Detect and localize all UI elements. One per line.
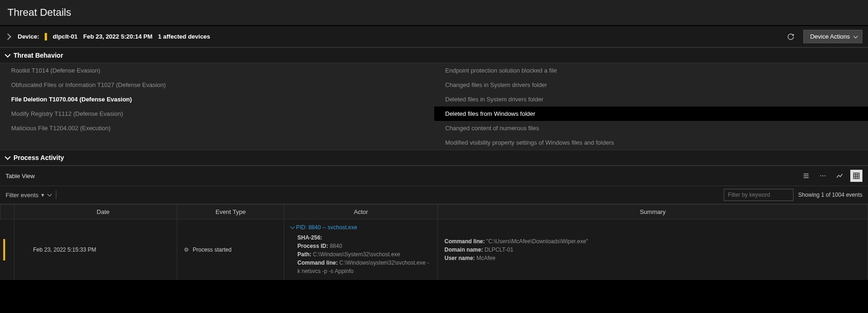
severity-indicator (45, 33, 47, 40)
summary-cell: Command line: "C:\Users\McAfee\Downloads… (438, 220, 868, 280)
behavior-technique-item[interactable]: File Deletion T1070.004 (Defense Evasion… (0, 92, 434, 107)
list-view-button[interactable] (800, 170, 812, 182)
refresh-button[interactable] (785, 31, 797, 43)
page-title: Threat Details (0, 0, 868, 26)
behavior-detail-item[interactable]: Endpoint protection solution blocked a f… (434, 63, 868, 78)
severity-cell (0, 220, 14, 280)
expand-device-icon[interactable] (5, 33, 11, 40)
table-view-bar: Table View (0, 166, 868, 186)
svg-point-5 (825, 175, 826, 176)
event-type-column-header[interactable]: Event Type (177, 205, 284, 220)
graph-view-button[interactable] (834, 170, 846, 182)
actor-cell: PID: 8840 -- svchost.exe SHA-256: Proces… (284, 220, 438, 280)
table-view-label: Table View (6, 173, 800, 180)
chevron-down-icon (5, 154, 11, 160)
behavior-detail-item[interactable]: Changed files in System drivers folder (434, 78, 868, 92)
device-label: Device: (18, 33, 39, 40)
list-icon (802, 172, 810, 180)
dots-icon (819, 172, 827, 180)
summary-details: Command line: "C:\Users\McAfee\Downloads… (444, 237, 861, 262)
grid-view-button[interactable] (850, 170, 862, 182)
threat-behavior-body: Rootkit T1014 (Defense Evasion)Obfuscate… (0, 63, 868, 150)
threat-behavior-header[interactable]: Threat Behavior (0, 47, 868, 63)
chevron-down-icon (290, 225, 295, 229)
svg-rect-6 (854, 173, 859, 179)
behavior-detail-item[interactable]: Deleted files from Windows folder (434, 107, 868, 121)
graph-icon (836, 172, 843, 180)
svg-point-3 (820, 175, 821, 176)
severity-column-header (0, 205, 14, 220)
keyword-filter-input[interactable] (724, 189, 794, 201)
chevron-down-icon (47, 192, 52, 197)
actor-details: SHA-256: Process ID: 8840 Path: C:\Windo… (291, 233, 431, 275)
refresh-icon (787, 33, 794, 40)
chevron-down-icon (5, 52, 11, 58)
device-name: dlpclt-01 (53, 33, 77, 40)
behavior-technique-item[interactable]: Rootkit T1014 (Defense Evasion) (0, 63, 434, 78)
device-timestamp: Feb 23, 2022 5:20:14 PM (83, 33, 153, 40)
process-activity-title: Process Activity (13, 154, 64, 161)
behavior-technique-list: Rootkit T1014 (Defense Evasion)Obfuscate… (0, 63, 434, 150)
device-actions-button[interactable]: Device Actions (803, 30, 862, 43)
device-subheader: Device: dlpclt-01 Feb 23, 2022 5:20:14 P… (0, 26, 868, 47)
table-header-row: Date Event Type Actor Summary (0, 205, 868, 220)
threat-behavior-title: Threat Behavior (13, 52, 63, 59)
funnel-icon: ▼ (40, 193, 45, 198)
behavior-detail-item[interactable]: Changed content of numerous files (434, 121, 868, 135)
grid-icon (853, 172, 860, 180)
behavior-detail-list: Endpoint protection solution blocked a f… (434, 63, 868, 150)
actor-header-text: PID: 8840 -- svchost.exe (296, 224, 357, 231)
behavior-detail-item[interactable]: Modified visibility property settings of… (434, 135, 868, 150)
more-options-button[interactable] (817, 170, 829, 182)
actor-expand-button[interactable]: PID: 8840 -- svchost.exe (291, 224, 431, 231)
date-cell: Feb 23, 2022 5:15:33 PM (14, 220, 177, 280)
behavior-technique-item[interactable]: Obfuscated Files or Information T1027 (D… (0, 78, 434, 92)
filter-bar: Filter events ▼ Showing 1 of 1004 events (0, 186, 868, 204)
filter-events-label: Filter events (6, 192, 39, 199)
process-activity-header[interactable]: Process Activity (0, 150, 868, 166)
event-type-cell: ⚙Process started (177, 220, 284, 280)
events-table: Date Event Type Actor Summary Feb 23, 20… (0, 204, 868, 280)
event-type-text: Process started (193, 246, 231, 253)
behavior-detail-item[interactable]: Deleted files in System drivers folder (434, 92, 868, 107)
svg-point-4 (822, 175, 823, 176)
severity-marker (3, 239, 5, 260)
affected-devices: 1 affected devices (158, 33, 210, 40)
date-column-header[interactable]: Date (14, 205, 177, 220)
showing-count: Showing 1 of 1004 events (798, 192, 862, 198)
behavior-technique-item[interactable]: Malicious File T1204.002 (Execution) (0, 121, 434, 135)
table-row[interactable]: Feb 23, 2022 5:15:33 PM ⚙Process started… (0, 220, 868, 280)
gear-icon: ⚙ (184, 246, 189, 253)
summary-column-header[interactable]: Summary (438, 205, 868, 220)
filter-events-button[interactable]: Filter events ▼ (6, 192, 51, 199)
behavior-technique-item[interactable]: Modify Registry T1112 (Defense Evasion) (0, 107, 434, 121)
divider (56, 191, 56, 199)
actor-column-header[interactable]: Actor (284, 205, 438, 220)
